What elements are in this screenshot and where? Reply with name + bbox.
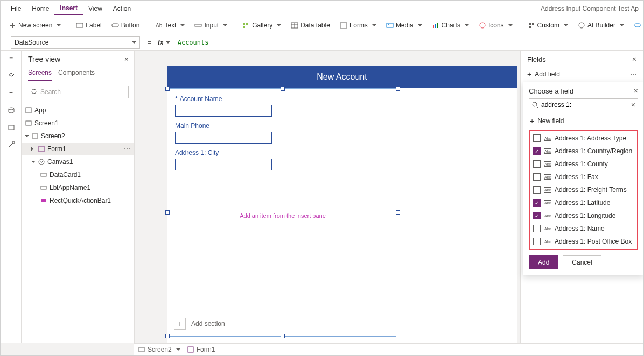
- cancel-button[interactable]: Cancel: [563, 255, 601, 269]
- text-button[interactable]: AbText: [151, 19, 188, 31]
- field-search-input[interactable]: [541, 101, 629, 109]
- rail-media-icon[interactable]: [6, 123, 16, 132]
- label-icon: [40, 184, 47, 191]
- checkbox[interactable]: [533, 173, 541, 181]
- field-row[interactable]: AbcAddress 1: Post Office Box: [530, 235, 637, 248]
- property-selector[interactable]: DataSource: [11, 36, 140, 49]
- tree-node-datacard1[interactable]: DataCard1: [22, 168, 134, 181]
- tab-components[interactable]: Components: [58, 66, 95, 81]
- field-type-icon: Abc: [544, 174, 551, 180]
- plus-icon: [9, 22, 16, 29]
- form1-outline[interactable]: *Account Name Main Phone Address 1: City: [167, 88, 398, 337]
- tree-node-rectquickactionbar1[interactable]: RectQuickActionBar1: [22, 194, 134, 207]
- tree-node-screen2[interactable]: Screen2: [22, 130, 134, 143]
- field-row[interactable]: AbcAddress 1: Name: [530, 222, 637, 235]
- field-row[interactable]: AbcAddress 1: Freight Terms: [530, 183, 637, 196]
- tree-view-panel: Tree view× Screens Components Search App…: [22, 51, 135, 343]
- menu-action[interactable]: Action: [108, 3, 136, 15]
- new-field-button[interactable]: +New field: [529, 115, 638, 127]
- checkbox[interactable]: [533, 134, 541, 142]
- datacard-icon: [40, 171, 47, 179]
- popup-close-icon[interactable]: ×: [634, 87, 638, 95]
- data-table-button[interactable]: Data table: [288, 19, 333, 31]
- add-section-button[interactable]: + Add section: [174, 318, 225, 330]
- svg-rect-2: [76, 23, 83, 27]
- field-row[interactable]: AbcAddress 1: County: [530, 158, 637, 170]
- svg-rect-17: [437, 23, 438, 28]
- rail-hamburger-icon[interactable]: ≡: [6, 54, 16, 63]
- fields-close-icon[interactable]: ×: [632, 55, 636, 63]
- fx-button[interactable]: fx: [155, 39, 173, 46]
- add-field-button[interactable]: +Add field⋯: [521, 68, 643, 81]
- checkbox[interactable]: [533, 238, 541, 245]
- menu-home[interactable]: Home: [26, 3, 54, 15]
- checkbox[interactable]: [533, 225, 541, 232]
- tree-title: Tree view: [28, 55, 60, 63]
- charts-button[interactable]: Charts: [429, 19, 472, 31]
- clear-search-icon[interactable]: ×: [631, 101, 635, 109]
- charts-icon: [432, 22, 439, 29]
- mixed-reality-button[interactable]: Mixed Reality: [631, 19, 644, 31]
- field-account-name: *Account Name: [175, 95, 277, 117]
- field-row[interactable]: ✓AbcAddress 1: Longitude: [530, 209, 637, 222]
- input-account-name[interactable]: [175, 105, 272, 117]
- svg-rect-3: [112, 24, 118, 27]
- field-label: Address 1: County: [555, 160, 608, 168]
- field-row[interactable]: ✓AbcAddress 1: Country/Region: [530, 145, 637, 158]
- screen-icon: [138, 346, 145, 353]
- rail-layers-icon[interactable]: [6, 71, 16, 81]
- tree-search[interactable]: Search: [27, 86, 129, 98]
- rail-tools-icon[interactable]: [6, 140, 16, 149]
- ai-builder-button[interactable]: AI Builder: [575, 19, 627, 31]
- crumb-form1[interactable]: Form1: [187, 346, 215, 353]
- button-icon: [111, 22, 119, 29]
- tree-node-canvas1[interactable]: ?Canvas1: [22, 155, 134, 168]
- svg-rect-19: [529, 23, 531, 25]
- field-main-phone: Main Phone: [175, 122, 277, 144]
- screen-icon: [25, 119, 32, 127]
- menu-file[interactable]: File: [5, 3, 26, 15]
- checkbox[interactable]: [533, 186, 541, 194]
- input-address1-city[interactable]: [175, 159, 272, 170]
- rail-data-icon[interactable]: [6, 105, 16, 115]
- canvas[interactable]: New Account *Account Name Main Phone: [167, 66, 517, 343]
- button-button[interactable]: Button: [108, 19, 143, 31]
- tree-node-app[interactable]: App: [22, 104, 134, 117]
- tree-node-form1[interactable]: Form1⋯: [22, 143, 134, 155]
- crumb-screen2[interactable]: Screen2: [138, 346, 180, 353]
- checkbox[interactable]: [533, 160, 541, 168]
- tree-node-lblappname1[interactable]: LblAppName1: [22, 181, 134, 194]
- rail-plus-icon[interactable]: +: [6, 88, 16, 98]
- svg-point-38: [533, 102, 537, 106]
- icons-icon: [479, 22, 486, 29]
- field-row[interactable]: ✓AbcAddress 1: Latitude: [530, 196, 637, 209]
- input-button[interactable]: Input: [191, 19, 230, 31]
- fields-more-icon[interactable]: ⋯: [630, 70, 636, 78]
- svg-rect-37: [41, 199, 46, 202]
- input-main-phone[interactable]: [175, 132, 272, 144]
- checkbox[interactable]: ✓: [533, 212, 541, 219]
- tab-screens[interactable]: Screens: [28, 66, 52, 81]
- menu-insert[interactable]: Insert: [54, 2, 83, 15]
- custom-button[interactable]: Custom: [524, 19, 571, 31]
- forms-button[interactable]: Forms: [337, 19, 380, 31]
- field-label: Address 1: Address Type: [555, 134, 626, 142]
- field-row[interactable]: AbcAddress 1: Address Type: [530, 132, 637, 145]
- new-screen-button[interactable]: New screen: [5, 19, 64, 31]
- checkbox[interactable]: ✓: [533, 147, 541, 155]
- tree-node-screen1[interactable]: Screen1: [22, 117, 134, 130]
- label-button[interactable]: Label: [73, 19, 104, 31]
- media-icon: [386, 22, 394, 29]
- media-button[interactable]: Media: [383, 19, 425, 31]
- add-button[interactable]: Add: [529, 255, 558, 269]
- icons-button[interactable]: Icons: [475, 19, 516, 31]
- formula-input[interactable]: Accounts: [173, 39, 643, 46]
- field-search[interactable]: ×: [529, 98, 638, 111]
- checkbox[interactable]: ✓: [533, 199, 541, 207]
- svg-rect-13: [387, 23, 393, 27]
- tree-close-icon[interactable]: ×: [124, 55, 129, 63]
- field-row[interactable]: AbcAddress 1: Fax: [530, 170, 637, 183]
- node-more-icon[interactable]: ⋯: [124, 145, 131, 153]
- gallery-button[interactable]: Gallery: [239, 19, 284, 31]
- menu-view[interactable]: View: [83, 3, 108, 15]
